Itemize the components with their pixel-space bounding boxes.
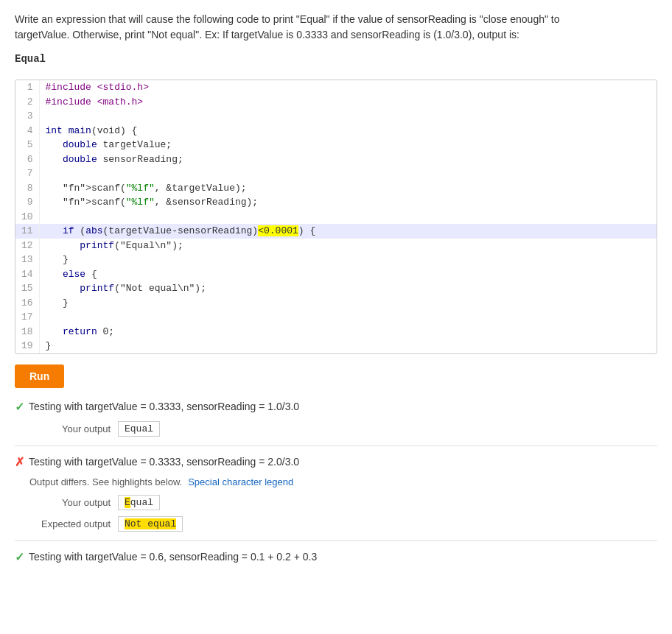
line-code: } (39, 253, 657, 267)
line-number: 11 (15, 224, 39, 239)
line-number: 6 (15, 152, 39, 167)
line-number: 17 (15, 310, 39, 325)
code-editor: 1#include <stdio.h>2#include <math.h>3 4… (15, 80, 657, 354)
line-code: printf("Equal\n"); (39, 239, 657, 253)
line-number: 4 (15, 124, 39, 138)
line-number: 14 (15, 267, 39, 282)
line-code (39, 109, 657, 124)
line-number: 16 (15, 296, 39, 311)
code-table: 1#include <stdio.h>2#include <math.h>3 4… (15, 80, 657, 353)
line-number: 5 (15, 138, 39, 152)
expected-output-label: Expected output (29, 518, 111, 529)
test-description: Testing with targetValue = 0.6, sensorRe… (29, 551, 317, 563)
line-number: 7 (15, 166, 39, 181)
line-code: double sensorReading; (39, 152, 657, 167)
line-code: #include <math.h> (39, 95, 657, 110)
divider (15, 540, 657, 541)
line-number: 19 (15, 339, 39, 353)
test-description: Testing with targetValue = 0.3333, senso… (29, 401, 299, 412)
line-number: 13 (15, 253, 39, 267)
your-output-label: Your output (29, 497, 111, 508)
test-result-test3: ✓Testing with targetValue = 0.6, sensorR… (15, 550, 657, 564)
test-result-test1: ✓Testing with targetValue = 0.3333, sens… (15, 400, 657, 437)
test-header-test2: ✗Testing with targetValue = 0.3333, sens… (15, 455, 657, 469)
test-header-test3: ✓Testing with targetValue = 0.6, sensorR… (15, 550, 657, 564)
line-code: printf("Not equal\n"); (39, 281, 657, 296)
line-code: double targetValue; (39, 138, 657, 152)
line-code (39, 310, 657, 325)
description: Write an expression that will cause the … (15, 12, 657, 43)
line-code: "fn">scanf("%lf", &targetValue); (39, 181, 657, 196)
check-icon: ✓ (15, 550, 24, 564)
line-number: 18 (15, 325, 39, 339)
line-number: 8 (15, 181, 39, 196)
your-output-label: Your output (29, 423, 111, 434)
test-header-test1: ✓Testing with targetValue = 0.3333, sens… (15, 400, 657, 414)
test-description: Testing with targetValue = 0.3333, senso… (29, 456, 299, 468)
check-icon: ✓ (15, 400, 24, 414)
run-button[interactable]: Run (15, 364, 64, 388)
line-number: 1 (15, 80, 39, 95)
line-number: 2 (15, 95, 39, 110)
line-number: 3 (15, 109, 39, 124)
line-number: 12 (15, 239, 39, 253)
divider (15, 445, 657, 446)
test-result-test2: ✗Testing with targetValue = 0.3333, sens… (15, 455, 657, 532)
example-output: Equal (15, 53, 657, 65)
line-code: if (abs(targetValue-sensorReading)<0.000… (39, 224, 657, 239)
description-line1: Write an expression that will cause the … (15, 13, 559, 25)
your-output-value: Equal (118, 421, 160, 437)
description-line2: targetValue. Otherwise, print "Not equal… (15, 29, 519, 40)
special-char-legend-link[interactable]: Special character legend (188, 476, 293, 487)
cross-icon: ✗ (15, 455, 24, 469)
expected-output-row: Expected outputNot equal (15, 516, 657, 532)
diff-message: Output differs. See highlights below.Spe… (15, 476, 657, 487)
line-code: } (39, 296, 657, 311)
line-number: 10 (15, 210, 39, 225)
your-output-value: Equal (118, 495, 160, 510)
diff-text: Output differs. See highlights below. (29, 476, 182, 487)
expected-output-value: Not equal (118, 516, 183, 532)
line-code: #include <stdio.h> (39, 80, 657, 95)
your-output-row: Your outputEqual (15, 421, 657, 437)
line-code (39, 166, 657, 181)
line-code: "fn">scanf("%lf", &sensorReading); (39, 195, 657, 210)
line-code (39, 210, 657, 225)
line-code: int main(void) { (39, 124, 657, 138)
line-number: 15 (15, 281, 39, 296)
line-code: else { (39, 267, 657, 282)
test-results-container: ✓Testing with targetValue = 0.3333, sens… (15, 400, 657, 564)
your-output-row: Your outputEqual (15, 495, 657, 510)
line-code: return 0; (39, 325, 657, 339)
line-number: 9 (15, 195, 39, 210)
line-code: } (39, 339, 657, 353)
